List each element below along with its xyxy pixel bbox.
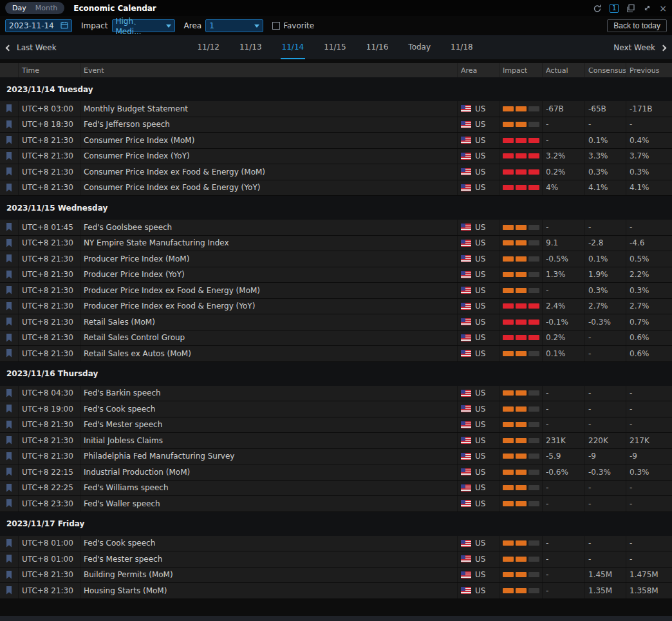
pin-cell[interactable] <box>0 267 18 283</box>
event-row[interactable]: UTC+8 21:30 Consumer Price Index ex Food… <box>0 164 672 180</box>
tab-month[interactable]: Month <box>31 3 62 13</box>
event-row[interactable]: UTC+8 22:25 Fed's Williams speech US - -… <box>0 481 672 497</box>
pin-cell[interactable] <box>0 330 18 346</box>
pin-cell[interactable] <box>0 417 18 433</box>
row-event: Building Permits (MoM) <box>80 568 457 583</box>
event-row[interactable]: UTC+8 21:30 Producer Price Index (YoY) U… <box>0 267 672 283</box>
row-actual: 9.1 <box>542 236 584 251</box>
event-row[interactable]: UTC+8 22:15 Industrial Production (MoM) … <box>0 464 672 481</box>
row-previous: 4.1% <box>626 180 672 196</box>
event-row[interactable]: UTC+8 21:30 Producer Price Index ex Food… <box>0 299 672 315</box>
row-area: US <box>457 346 499 361</box>
day-tab-11-15[interactable]: 11/15 <box>322 36 348 59</box>
event-row[interactable]: UTC+8 21:30 NY Empire State Manufacturin… <box>0 236 672 252</box>
pin-cell[interactable] <box>0 236 18 251</box>
event-row[interactable]: UTC+8 18:30 Fed's Jefferson speech US - … <box>0 117 672 133</box>
event-row[interactable]: UTC+8 01:45 Fed's Goolsbee speech US - -… <box>0 220 672 236</box>
event-row[interactable]: UTC+8 21:30 Consumer Price Index (MoM) U… <box>0 133 672 149</box>
row-impact <box>499 236 542 251</box>
row-area: US <box>457 536 499 551</box>
event-row[interactable]: UTC+8 21:30 Housing Starts (MoM) US - 1.… <box>0 583 672 599</box>
pin-cell[interactable] <box>0 101 18 117</box>
event-row[interactable]: UTC+8 23:30 Fed's Waller speech US - - - <box>0 496 672 512</box>
row-time: UTC+8 21:30 <box>18 283 80 298</box>
pin-cell[interactable] <box>0 386 18 401</box>
event-row[interactable]: UTC+8 21:30 Fed's Mester speech US - - - <box>0 417 672 434</box>
row-previous: 2.2% <box>626 267 672 283</box>
pin-cell[interactable] <box>0 583 18 598</box>
event-row[interactable]: UTC+8 21:30 Building Permits (MoM) US - … <box>0 568 672 584</box>
row-previous: 1.475M <box>626 568 672 583</box>
close-icon[interactable]: × <box>659 4 667 13</box>
back-to-today-button[interactable]: Back to today <box>607 19 667 32</box>
chevron-left-icon[interactable] <box>6 44 12 51</box>
row-event: Consumer Price Index (YoY) <box>80 149 457 164</box>
pin-cell[interactable] <box>0 464 18 480</box>
pin-cell[interactable] <box>0 251 18 267</box>
bookmark-icon <box>6 436 12 444</box>
pin-cell[interactable] <box>0 220 18 235</box>
pin-cell[interactable] <box>0 401 18 417</box>
chevron-right-icon[interactable] <box>660 44 667 51</box>
event-row[interactable]: UTC+8 04:30 Fed's Barkin speech US - - - <box>0 386 672 402</box>
pin-cell[interactable] <box>0 133 18 148</box>
event-row[interactable]: UTC+8 01:00 Fed's Mester speech US - - - <box>0 551 672 568</box>
day-tab-11-12[interactable]: 11/12 <box>196 36 221 59</box>
us-flag-icon <box>461 334 471 341</box>
pin-cell[interactable] <box>0 496 18 511</box>
pin-cell[interactable] <box>0 536 18 551</box>
event-row[interactable]: UTC+8 21:30 Producer Price Index (MoM) U… <box>0 251 672 267</box>
event-row[interactable]: UTC+8 21:30 Philadelphia Fed Manufacturi… <box>0 449 672 465</box>
impact-bar <box>503 240 539 245</box>
pin-cell[interactable] <box>0 449 18 464</box>
duplicate-window-icon[interactable] <box>626 4 635 13</box>
event-row[interactable]: UTC+8 21:30 Consumer Price Index (YoY) U… <box>0 149 672 165</box>
day-tab-11-13[interactable]: 11/13 <box>238 36 263 59</box>
pin-cell[interactable] <box>0 551 18 567</box>
bottom-scrollbar-track[interactable] <box>0 616 672 621</box>
day-tab-11-16[interactable]: 11/16 <box>365 36 390 59</box>
pin-cell[interactable] <box>0 481 18 496</box>
favorite-checkbox[interactable] <box>272 22 280 30</box>
tab-day[interactable]: Day <box>8 3 31 13</box>
row-consensus: - <box>584 551 626 567</box>
row-area: US <box>457 583 499 598</box>
event-row[interactable]: UTC+8 21:30 Retail Sales (MoM) US -0.1% … <box>0 314 672 330</box>
pin-cell[interactable] <box>0 346 18 361</box>
pin-cell[interactable] <box>0 117 18 133</box>
pin-cell[interactable] <box>0 149 18 164</box>
row-impact <box>499 330 542 346</box>
next-week-button[interactable]: Next Week <box>613 43 655 52</box>
pin-cell[interactable] <box>0 283 18 298</box>
row-impact <box>499 251 542 267</box>
event-row[interactable]: UTC+8 21:30 Consumer Price Index ex Food… <box>0 180 672 196</box>
pin-cell[interactable] <box>0 433 18 448</box>
day-tab-11-18[interactable]: 11/18 <box>449 36 474 59</box>
pin-cell[interactable] <box>0 568 18 583</box>
day-tab-today[interactable]: Today <box>407 36 432 59</box>
expand-icon[interactable] <box>643 4 651 12</box>
event-row[interactable]: UTC+8 03:00 Monthly Budget Statement US … <box>0 101 672 117</box>
event-row[interactable]: UTC+8 01:00 Fed's Cook speech US - - - <box>0 536 672 552</box>
row-area: US <box>457 267 499 283</box>
event-row[interactable]: UTC+8 21:30 Initial Jobless Claims US 23… <box>0 433 672 449</box>
pin-cell[interactable] <box>0 314 18 330</box>
impact-dropdown[interactable]: High、Medi... <box>112 19 175 32</box>
area-dropdown[interactable]: 1 <box>205 19 263 32</box>
day-tab-11-14-active[interactable]: 11/14 <box>281 36 306 59</box>
refresh-icon[interactable] <box>593 4 602 13</box>
event-row[interactable]: UTC+8 21:30 Retail Sales Control Group U… <box>0 330 672 347</box>
area-label: US <box>475 136 485 145</box>
pin-cell[interactable] <box>0 180 18 196</box>
pin-cell[interactable] <box>0 164 18 180</box>
event-row[interactable]: UTC+8 21:30 Producer Price Index ex Food… <box>0 283 672 299</box>
row-area: US <box>457 551 499 567</box>
date-picker-input[interactable]: 2023-11-14 <box>5 19 72 32</box>
last-week-button[interactable]: Last Week <box>17 43 57 52</box>
event-row[interactable]: UTC+8 21:30 Retail Sales ex Autos (MoM) … <box>0 346 672 362</box>
event-row[interactable]: UTC+8 19:00 Fed's Cook speech US - - - <box>0 401 672 417</box>
pin-cell[interactable] <box>0 299 18 314</box>
impact-bar <box>503 438 539 443</box>
window-count-badge[interactable]: 1 <box>610 4 619 13</box>
row-time: UTC+8 03:00 <box>18 101 80 117</box>
